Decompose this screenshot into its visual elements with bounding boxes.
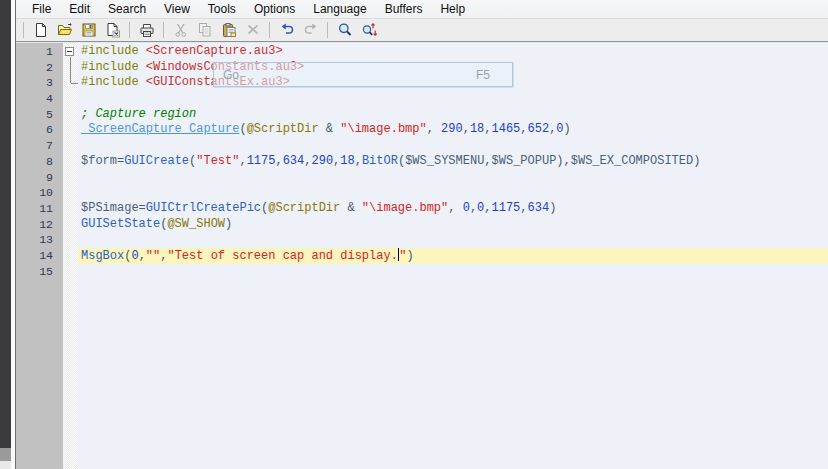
paste-button[interactable] <box>217 20 240 40</box>
copy-icon <box>197 22 213 38</box>
fold-margin-cell <box>63 122 78 138</box>
undo-button[interactable] <box>275 20 298 40</box>
line-number: 14 <box>16 248 63 264</box>
fold-margin-cell <box>63 75 78 91</box>
fold-margin-cell <box>63 248 78 264</box>
redo-button <box>299 20 322 40</box>
fold-margin-cell <box>63 107 78 123</box>
code-text: #include <ScreenCapture.au3> <box>78 44 828 60</box>
find-icon <box>337 22 353 38</box>
line-number: 6 <box>16 122 63 138</box>
scite-editor-window: FileEditSearchViewToolsOptionsLanguageBu… <box>0 0 828 469</box>
code-text: $PSimage=GUICtrlCreatePic(@ScriptDir & "… <box>78 201 828 217</box>
code-text: MsgBox(0,"","Test of screen cap and disp… <box>78 248 828 264</box>
fold-margin-cell <box>63 185 78 201</box>
toolbar-separator <box>269 22 270 38</box>
fold-margin-cell <box>63 154 78 170</box>
fading-menu-tooltip: Go F5 <box>213 62 513 87</box>
copy-button <box>193 20 216 40</box>
delete-button <box>241 20 264 40</box>
code-text: GUISetState(@SW_SHOW) <box>78 217 828 233</box>
code-line-8[interactable]: 8$form=GUICreate("Test",1175,634,290,18,… <box>16 154 828 170</box>
menu-search[interactable]: Search <box>99 0 155 18</box>
menu-help[interactable]: Help <box>431 0 474 18</box>
save-button[interactable] <box>77 20 100 40</box>
menu-options[interactable]: Options <box>245 0 304 18</box>
line-number: 4 <box>16 91 63 107</box>
line-number: 11 <box>16 201 63 217</box>
line-number: 10 <box>16 185 63 201</box>
paste-icon <box>221 22 237 38</box>
code-text: $form=GUICreate("Test",1175,634,290,18,B… <box>78 154 828 170</box>
code-line-12[interactable]: 12GUISetState(@SW_SHOW) <box>16 217 828 233</box>
fold-margin-cell <box>63 60 78 76</box>
menu-bar: FileEditSearchViewToolsOptionsLanguageBu… <box>16 0 828 19</box>
toolbar-separator <box>129 22 130 38</box>
code-text <box>78 138 828 154</box>
code-line-1[interactable]: 1#include <ScreenCapture.au3> <box>16 44 828 60</box>
line-number: 9 <box>16 170 63 186</box>
print-button[interactable] <box>135 20 158 40</box>
print-icon <box>139 22 155 38</box>
editor-pane[interactable]: 1#include <ScreenCapture.au3>2#include <… <box>16 42 828 469</box>
background-strip-foot <box>0 461 11 469</box>
menu-file[interactable]: File <box>23 0 60 18</box>
code-line-5[interactable]: 5; Capture region <box>16 107 828 123</box>
find-next-icon <box>361 22 377 38</box>
save-icon <box>81 22 97 38</box>
cut-icon <box>173 22 189 38</box>
code-text <box>78 91 828 107</box>
code-line-10[interactable]: 10 <box>16 185 828 201</box>
editor-window: FileEditSearchViewToolsOptionsLanguageBu… <box>16 0 828 469</box>
close-icon <box>105 22 121 38</box>
menu-buffers[interactable]: Buffers <box>376 0 432 18</box>
fold-margin-cell <box>63 138 78 154</box>
line-number: 1 <box>16 44 63 60</box>
toolbar-separator <box>163 22 164 38</box>
new-icon <box>33 22 49 38</box>
toolbar <box>16 19 828 42</box>
close-button[interactable] <box>101 20 124 40</box>
menu-tools[interactable]: Tools <box>199 0 245 18</box>
line-number: 13 <box>16 232 63 248</box>
code-line-11[interactable]: 11$PSimage=GUICtrlCreatePic(@ScriptDir &… <box>16 201 828 217</box>
open-button[interactable] <box>53 20 76 40</box>
open-icon <box>57 22 73 38</box>
line-number: 8 <box>16 154 63 170</box>
code-text <box>78 232 828 248</box>
line-number: 3 <box>16 75 63 91</box>
code-text: _ScreenCapture_Capture(@ScriptDir & "\im… <box>78 122 828 138</box>
fold-margin-cell <box>63 264 78 280</box>
background-window-strip <box>0 0 11 469</box>
cut-button <box>169 20 192 40</box>
find-button[interactable] <box>333 20 356 40</box>
code-line-7[interactable]: 7 <box>16 138 828 154</box>
line-number: 15 <box>16 264 63 280</box>
tooltip-shortcut: F5 <box>476 68 490 82</box>
fold-margin-cell <box>63 201 78 217</box>
code-line-6[interactable]: 6_ScreenCapture_Capture(@ScriptDir & "\i… <box>16 122 828 138</box>
find-next-button[interactable] <box>357 20 380 40</box>
undo-icon <box>279 22 295 38</box>
menu-language[interactable]: Language <box>304 0 375 18</box>
menu-edit[interactable]: Edit <box>60 0 99 18</box>
line-number: 12 <box>16 217 63 233</box>
fold-margin-cell <box>63 170 78 186</box>
toolbar-separator <box>327 22 328 38</box>
new-button[interactable] <box>29 20 52 40</box>
code-text <box>78 264 828 280</box>
fold-toggle[interactable] <box>63 44 78 60</box>
delete-icon <box>245 22 261 38</box>
code-text: ; Capture region <box>78 107 828 123</box>
menu-view[interactable]: View <box>155 0 199 18</box>
code-line-14[interactable]: 14MsgBox(0,"","Test of screen cap and di… <box>16 248 828 264</box>
code-line-13[interactable]: 13 <box>16 232 828 248</box>
code-text <box>78 170 828 186</box>
redo-icon <box>303 22 319 38</box>
line-number: 7 <box>16 138 63 154</box>
fold-margin-cell <box>63 217 78 233</box>
code-line-15[interactable]: 15 <box>16 264 828 280</box>
code-line-4[interactable]: 4 <box>16 91 828 107</box>
code-line-9[interactable]: 9 <box>16 170 828 186</box>
tooltip-label: Go <box>223 68 239 82</box>
